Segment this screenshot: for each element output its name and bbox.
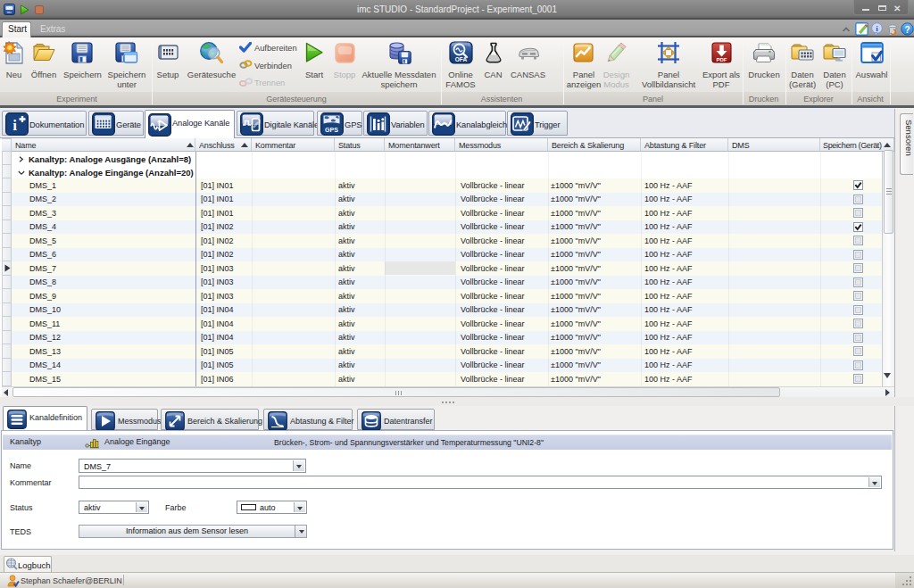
svg-text:imc: imc xyxy=(7,11,12,14)
svg-text:PDF: PDF xyxy=(716,57,727,62)
svg-text:?: ? xyxy=(904,25,910,35)
svg-text:OFA: OFA xyxy=(454,56,467,62)
svg-text:GPS: GPS xyxy=(325,127,338,133)
svg-text:i: i xyxy=(12,117,17,134)
